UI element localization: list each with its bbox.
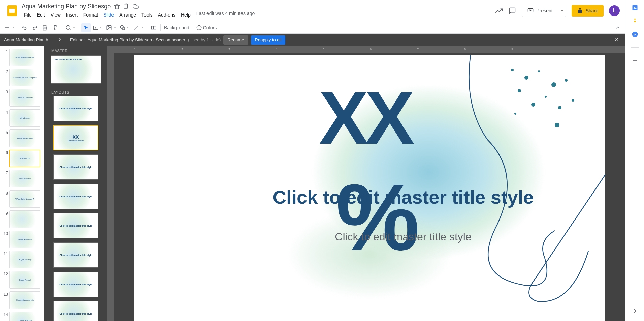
slide-thumbnail[interactable]: Table of Contents <box>9 89 40 107</box>
keep-icon[interactable] <box>632 18 638 24</box>
svg-point-27 <box>634 19 636 21</box>
slide-thumbnail[interactable]: SWOT Analysis <box>9 312 40 321</box>
share-button[interactable]: Share <box>572 5 604 17</box>
comments-icon[interactable] <box>508 7 516 15</box>
star-icon[interactable] <box>114 3 120 10</box>
slide-thumbnail[interactable] <box>9 210 40 228</box>
undo-button[interactable] <box>20 23 29 32</box>
menu-insert[interactable]: Insert <box>64 11 80 19</box>
present-dropdown[interactable] <box>558 5 566 17</box>
master-thumbnail[interactable]: Click to edit master title style <box>51 55 101 84</box>
slide-thumb-row[interactable]: 601 About Us <box>1 150 43 167</box>
layout-thumbnail[interactable]: Click to edit master title style <box>53 213 98 238</box>
redo-button[interactable] <box>30 23 39 32</box>
slide-thumbnail[interactable]: Buyer Persona <box>9 231 40 248</box>
theme-selector-dropdown[interactable]: Aqua Marketing Plan by Slidesgo <box>0 34 66 46</box>
menu-view[interactable]: View <box>48 11 63 19</box>
colors-button[interactable]: Colors <box>195 23 218 32</box>
menu-tools[interactable]: Tools <box>139 11 155 19</box>
slide-canvas[interactable]: XX % Click to edit master title style Cl… <box>134 55 605 321</box>
present-button[interactable]: Present <box>522 5 558 17</box>
close-theme-builder-button[interactable] <box>610 34 622 46</box>
slide-thumb-row[interactable]: 13Competitor Analysis <box>1 291 43 309</box>
menu-edit[interactable]: Edit <box>35 11 47 19</box>
slide-thumbnail[interactable]: What Sets Us Apart? <box>9 190 40 208</box>
slide-thumb-row[interactable]: 8What Sets Us Apart? <box>1 190 43 208</box>
share-label: Share <box>586 8 598 13</box>
vertical-ruler[interactable] <box>107 53 114 321</box>
slide-thumbnail[interactable]: Aqua Marketing Plan <box>9 49 40 66</box>
master-title-placeholder[interactable]: Click to edit master title style <box>268 187 538 208</box>
text-box-tool[interactable] <box>91 23 104 32</box>
slide-thumb-row[interactable]: 2Contents of This Template <box>1 69 43 86</box>
menu-file[interactable]: File <box>22 11 34 19</box>
layout-thumbnail[interactable]: Click to edit master title style <box>53 301 98 321</box>
print-button[interactable] <box>40 23 50 32</box>
slide-thumb-row[interactable]: 12Sales Funnel <box>1 271 43 289</box>
big-placeholder-text[interactable]: XX <box>319 76 411 161</box>
slide-thumbnail[interactable]: 01 About Us <box>9 150 40 167</box>
slide-thumbnail[interactable]: Our websites <box>9 170 40 187</box>
tasks-icon[interactable] <box>632 31 638 38</box>
slide-number: 11 <box>1 251 8 256</box>
slide-thumb-row[interactable]: 3Table of Contents <box>1 89 43 107</box>
slides-app-icon[interactable] <box>5 4 19 18</box>
slide-thumbnail[interactable]: Contents of This Template <box>9 69 40 86</box>
slide-thumbnail[interactable]: About the Product <box>9 129 40 147</box>
cloud-icon[interactable] <box>132 3 139 10</box>
line-tool[interactable] <box>132 23 144 32</box>
slide-thumb-row[interactable]: 11Buyer Journey <box>1 251 43 268</box>
menu-slide[interactable]: Slide <box>101 11 116 19</box>
ruler-tick: 8 <box>464 48 466 51</box>
slide-thumbnail[interactable]: Sales Funnel <box>9 271 40 289</box>
percent-symbol[interactable]: % <box>336 163 420 271</box>
slide-thumb-row[interactable]: 5About the Product <box>1 129 43 147</box>
transition-button[interactable] <box>149 23 158 32</box>
slide-number: 7 <box>1 170 8 175</box>
slide-number: 10 <box>1 231 8 236</box>
layout-thumbnail[interactable]: Click to edit master title style <box>53 96 98 121</box>
add-addon-icon[interactable] <box>632 57 638 64</box>
svg-line-18 <box>134 26 138 30</box>
slide-thumb-row[interactable]: 7Our websites <box>1 170 43 187</box>
slide-thumbnail[interactable]: Buyer Journey <box>9 251 40 268</box>
slide-thumb-row[interactable]: 1Aqua Marketing Plan <box>1 49 43 66</box>
calendar-icon[interactable]: 31 <box>632 4 638 11</box>
horizontal-ruler[interactable]: 123456789 <box>114 46 625 53</box>
slide-thumb-row[interactable]: 4Introduction <box>1 109 43 127</box>
menu-addons[interactable]: Add-ons <box>156 11 178 19</box>
menu-format[interactable]: Format <box>81 11 100 19</box>
last-edit-link[interactable]: Last edit was 4 minutes ago <box>196 11 255 19</box>
master-layout-panel[interactable]: MASTER Click to edit master title style … <box>44 46 107 321</box>
move-icon[interactable] <box>123 3 130 10</box>
master-subtitle-placeholder[interactable]: Click to edit master title style <box>268 231 538 243</box>
slide-thumb-row[interactable]: 10Buyer Persona <box>1 231 43 248</box>
slide-number: 3 <box>1 89 8 94</box>
layout-thumbnail[interactable]: Click to edit master title style <box>53 154 98 180</box>
select-tool[interactable] <box>81 23 91 32</box>
layout-thumbnail[interactable]: Click to edit master title style <box>53 272 98 297</box>
shape-tool[interactable] <box>118 23 131 32</box>
layout-thumbnail[interactable]: Click to edit master title style <box>53 242 98 268</box>
menu-help[interactable]: Help <box>179 11 193 19</box>
image-tool[interactable] <box>105 23 118 32</box>
layout-thumbnail[interactable]: XXClick to edit master <box>53 125 98 150</box>
activity-icon[interactable] <box>495 7 503 15</box>
background-button[interactable]: Background <box>163 23 191 32</box>
zoom-button[interactable] <box>64 23 77 32</box>
document-title[interactable]: Aqua Marketing Plan by Slidesgo <box>22 3 111 10</box>
layout-thumbnail[interactable]: Click to edit master title style <box>53 184 98 209</box>
user-avatar[interactable]: L <box>609 5 620 16</box>
slide-thumb-row[interactable]: 14SWOT Analysis <box>1 312 43 321</box>
slide-thumbnail[interactable]: Competitor Analysis <box>9 291 40 309</box>
menu-arrange[interactable]: Arrange <box>117 11 138 19</box>
new-slide-button[interactable] <box>3 23 15 32</box>
slide-thumb-row[interactable]: 9 <box>1 210 43 228</box>
slide-thumbnail[interactable]: Introduction <box>9 109 40 127</box>
paint-format-button[interactable] <box>50 23 60 32</box>
rename-button[interactable]: Rename <box>223 35 248 45</box>
collapse-side-panel-icon[interactable] <box>632 308 638 314</box>
reapply-button[interactable]: Reapply to all <box>251 35 286 45</box>
collapse-toolbar-button[interactable] <box>613 23 622 32</box>
filmstrip[interactable]: 1Aqua Marketing Plan2Contents of This Te… <box>0 46 44 321</box>
